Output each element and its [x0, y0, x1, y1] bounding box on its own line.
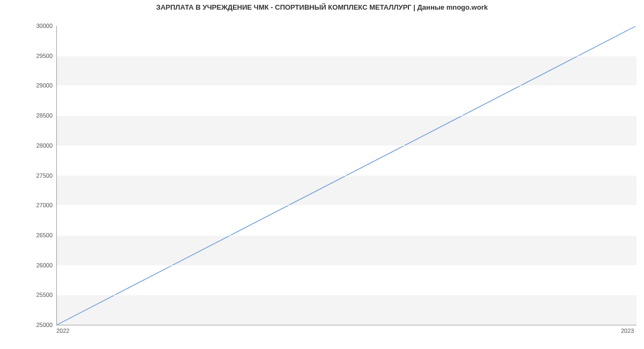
y-gridline: [57, 85, 636, 86]
y-gridline: [57, 176, 636, 176]
chart-title: ЗАРПЛАТА В УЧРЕЖДЕНИЕ ЧМК - СПОРТИВНЫЙ К…: [0, 3, 644, 11]
y-gridline: [57, 115, 636, 116]
y-tick-label: 28500: [20, 112, 53, 119]
y-tick-label: 30000: [20, 23, 53, 29]
y-tick-label: 28000: [20, 142, 53, 149]
y-gridline: [57, 26, 636, 26]
y-tick-label: 26500: [20, 232, 53, 238]
y-gridline: [57, 265, 636, 266]
y-tick-label: 29500: [20, 53, 53, 59]
y-tick-label: 27500: [20, 172, 53, 179]
y-tick-label: 25000: [20, 322, 53, 328]
x-tick-label: 2023: [621, 328, 634, 334]
x-tick-label: 2022: [56, 328, 69, 334]
y-gridline: [57, 146, 636, 146]
y-gridline: [57, 235, 636, 236]
y-gridline: [57, 205, 636, 206]
y-gridline: [57, 56, 636, 56]
y-tick-label: 25500: [20, 292, 53, 298]
y-tick-label: 26000: [20, 262, 53, 268]
y-gridline: [57, 295, 636, 295]
plot-area: [56, 26, 636, 325]
y-tick-label: 29000: [20, 82, 53, 89]
y-gridline: [57, 325, 636, 325]
line-chart: ЗАРПЛАТА В УЧРЕЖДЕНИЕ ЧМК - СПОРТИВНЫЙ К…: [0, 0, 644, 349]
y-tick-label: 27000: [20, 202, 53, 208]
